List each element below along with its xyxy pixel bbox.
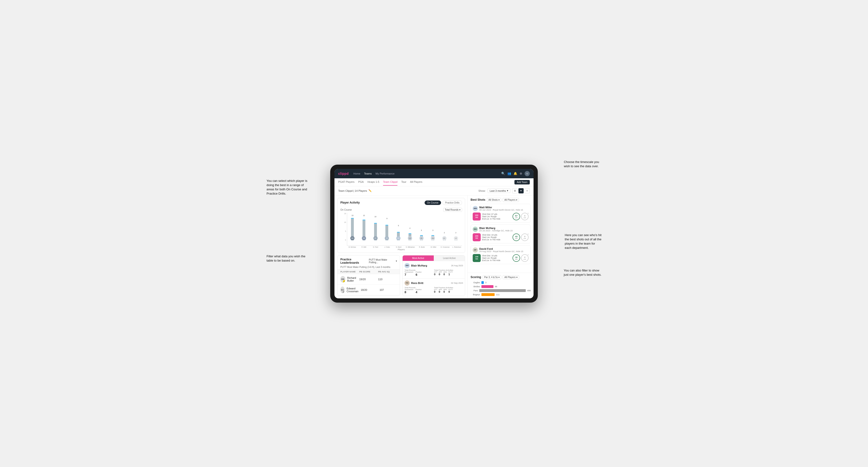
shot-info-2: Shot Dist: 16 yds Start Lie: Rough End L…: [482, 254, 511, 261]
tab-least-active[interactable]: Least Active: [434, 255, 465, 261]
practice-leaderboards-card: Practice Leaderboards PUTT Must Make Put…: [337, 255, 400, 296]
chevron-icon: ▾: [498, 198, 500, 201]
sub-nav-tabs: PGAT Players PGA Hcaps 1-5 Team Clippd T…: [338, 179, 423, 186]
player-activity-card: Player Activity On Course Practice Drill…: [337, 198, 465, 253]
scoring-header: Scoring Par 3, 4 & 5s ▾ All Players ▾: [470, 275, 531, 279]
player-name-1: Edward Crossman: [346, 287, 361, 293]
active-player-0: BM Blair McHarg 26 Aug 2023 Total Rounds: [403, 261, 465, 279]
bar-avatar-4: EE: [396, 236, 401, 240]
shot-stats-row-0: 200SG Shot Dist: 67 yds Start Lie: Rough…: [473, 213, 529, 220]
shot-player-info-1: Blair McHarg 23 Jul 2023 · Ashridge GC, …: [479, 227, 513, 232]
x-axis-players-label: Players: [340, 248, 462, 251]
x-label-3: J. Coles: [382, 246, 393, 248]
list-view-btn[interactable]: ≡: [525, 188, 530, 193]
pb-score-1: 18/20: [361, 288, 379, 291]
tab-pga[interactable]: PGA: [358, 179, 364, 186]
bar-group-6: 3 RB: [416, 215, 427, 240]
chevron-icon: ▾: [516, 276, 518, 279]
nav-teams[interactable]: Teams: [364, 172, 372, 175]
act-rounds-group-1: Total Rounds Tournament 8 Practice: [404, 286, 434, 294]
col-pb-avg: PB AVG SQ: [378, 271, 397, 273]
practice-subtitle: PUTT Must Make Putting (3-6 ft), Last 3 …: [338, 266, 400, 269]
bar-label-4: 5: [398, 225, 399, 226]
edit-icon[interactable]: ✏️: [368, 189, 372, 192]
activity-tabs-row: Most Active Least Active: [403, 255, 465, 261]
grid-view-btn[interactable]: ⊞: [512, 188, 518, 193]
act-name-1: Rees Britt: [411, 282, 450, 284]
shot-avatar-0: MM: [473, 206, 478, 211]
tab-most-active[interactable]: Most Active: [403, 255, 434, 261]
rank-badge-0: 1: [343, 280, 345, 283]
nav-performance[interactable]: My Performance: [375, 172, 395, 175]
act-avatar-0: BM: [404, 263, 410, 268]
scoring-label-pars: Pars: [470, 289, 478, 292]
main-layout: Player Activity On Course Practice Drill…: [335, 195, 533, 299]
show-dropdown[interactable]: Last 3 months ▾: [488, 188, 510, 193]
shot-player-info-0: Matt Miller 09 Jun 2023 · Royal North De…: [479, 206, 523, 211]
users-icon[interactable]: 👥: [507, 172, 511, 175]
tab-practice-drills[interactable]: Practice Drills: [442, 200, 462, 205]
bar-avatar-9: LR: [454, 236, 458, 240]
annotation-player-select: You can select which player is doing the…: [267, 179, 307, 196]
scoring-row-pars: Pars 499: [470, 289, 531, 292]
leaderboard-row-1: EC 2 Edward Crossman 18/20 107: [338, 285, 400, 295]
act-activities-vals-1: GTT 0 APP 0: [434, 289, 463, 293]
y-label-5: 5: [345, 230, 346, 232]
rank-badge-1: 2: [342, 291, 345, 293]
bar-avatar-8: EC: [442, 236, 446, 240]
tab-on-course[interactable]: On Course: [425, 200, 441, 205]
bar-label-5: 4: [409, 227, 410, 229]
shot-yds1-2: 16 yds: [513, 254, 520, 262]
shot-card-0[interactable]: MM Matt Miller 09 Jun 2023 · Royal North…: [470, 204, 531, 223]
shot-card-2[interactable]: DF David Ford 24 Aug 2023 · Royal North …: [470, 245, 531, 264]
tablet-screen: clippd Home Teams My Performance 🔍 👥 🔔 ⊕…: [335, 169, 533, 299]
y-axis: 15 10 5 0: [340, 213, 346, 241]
tab-team-clippd[interactable]: Team Clippd: [383, 179, 398, 186]
chart-filter-dropdown[interactable]: Total Rounds ▾: [443, 208, 462, 212]
chevron-down-icon: ▾: [507, 189, 508, 192]
bar-group-0: 13 BM: [347, 215, 358, 240]
shot-info-0: Shot Dist: 67 yds Start Lie: Rough End L…: [482, 213, 511, 220]
scoring-val-eagles: 3: [485, 281, 486, 284]
heart-view-btn[interactable]: ♥: [519, 188, 524, 193]
shots-filter2[interactable]: All Players ▾: [503, 198, 519, 202]
bar-avatar-5: GB: [408, 236, 412, 240]
bell-icon[interactable]: 🔔: [514, 172, 517, 175]
act-player-header-1: RB Rees Britt 02 Sep 2023: [404, 280, 463, 286]
act-app-1: APP 0: [439, 289, 442, 293]
tab-all-players[interactable]: All Players: [410, 179, 423, 186]
shot-player-row-1: BM Blair McHarg 23 Jul 2023 · Ashridge G…: [473, 227, 529, 232]
shot-card-1[interactable]: BM Blair McHarg 23 Jul 2023 · Ashridge G…: [470, 224, 531, 243]
col-pb-score: PB SCORE: [359, 271, 378, 273]
tablet-frame: clippd Home Teams My Performance 🔍 👥 🔔 ⊕…: [330, 165, 538, 303]
chevron-icon: ▾: [459, 209, 460, 211]
shot-avatar-1: BM: [473, 227, 478, 232]
nav-home[interactable]: Home: [353, 172, 360, 175]
scoring-label-birdies: Birdies: [470, 285, 480, 288]
scoring-filter2[interactable]: All Players ▾: [503, 275, 519, 279]
act-activities-label-0: Total Practice Activities: [434, 269, 463, 271]
best-shots-title: Best Shots: [470, 198, 486, 201]
act-player-header-0: BM Blair McHarg 26 Aug 2023: [404, 263, 463, 268]
act-app-0: APP 0: [439, 271, 442, 276]
best-shots-section: Best Shots All Shots ▾ All Players ▾: [468, 195, 533, 273]
plus-icon[interactable]: ⊕: [520, 172, 522, 175]
player-avatar-0: RB 1: [340, 276, 345, 283]
player-activity-header: Player Activity On Course Practice Drill…: [338, 198, 465, 206]
act-practice-0: Practice 6: [415, 271, 422, 276]
tab-tour[interactable]: Tour: [401, 179, 406, 186]
nav-icons: 🔍 👥 🔔 ⊕ U: [501, 171, 530, 176]
add-team-button[interactable]: Add Team: [515, 180, 530, 184]
scoring-filter1[interactable]: Par 3, 4 & 5s ▾: [483, 275, 501, 279]
tab-hcaps[interactable]: Hcaps 1-5: [368, 179, 379, 186]
avatar[interactable]: U: [525, 171, 530, 176]
x-label-1: R. Britt: [359, 246, 369, 248]
tab-pgat[interactable]: PGAT Players: [338, 179, 354, 186]
scoring-section: Scoring Par 3, 4 & 5s ▾ All Players ▾: [468, 273, 533, 299]
practice-filter-dropdown[interactable]: PUTT Must Make Putting... ▾: [369, 258, 397, 264]
act-gtt-0: GTT 0: [434, 271, 437, 276]
search-icon[interactable]: 🔍: [501, 172, 505, 175]
shots-filter1[interactable]: All Shots ▾: [487, 198, 501, 202]
bar-label-7: 3: [432, 229, 433, 231]
scoring-val-pars: 499: [527, 289, 531, 292]
